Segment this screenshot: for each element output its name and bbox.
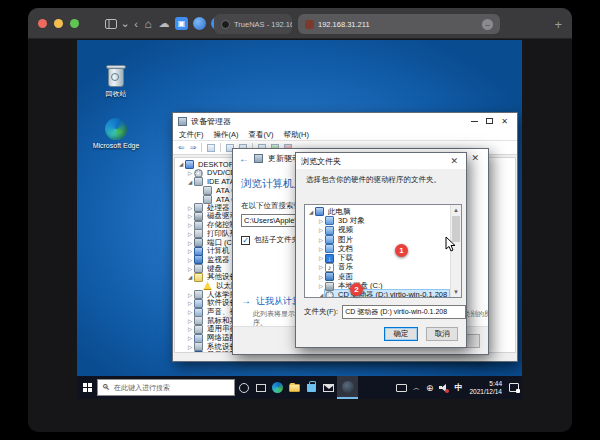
touch-keyboard-icon[interactable] [393,376,410,399]
globe-extension-icon[interactable] [193,15,206,32]
collapsed-icon[interactable]: ▷ [317,227,325,233]
scroll-up-icon[interactable]: ▲ [451,205,461,215]
tab-truenas[interactable]: TrueNAS - 192.16… [214,14,292,34]
collapsed-icon[interactable]: ▷ [317,274,325,280]
new-tab-button[interactable]: + [554,17,562,32]
wizard-close-icon[interactable]: ✕ [468,153,482,163]
browse-dialog-close-icon[interactable]: ✕ [447,156,461,166]
collapsed-icon[interactable]: ▷ [186,292,194,298]
wizard-back-icon[interactable]: ← [239,153,249,164]
chevron-down-icon[interactable]: ⌄ [120,15,130,32]
browse-dialog-titlebar[interactable]: 浏览文件夹 ✕ [296,153,466,169]
collapsed-icon[interactable]: ▷ [186,326,194,332]
tab-active-vnc[interactable]: 192.168.31.211 – [298,14,500,34]
app-extension-icon[interactable]: ▣ [175,15,188,32]
tab-badge-icon[interactable]: – [482,19,493,30]
file-explorer-button[interactable] [286,376,303,399]
start-button[interactable] [77,376,97,399]
back-icon[interactable]: ‹ [131,15,141,32]
unknown-icon [194,273,203,282]
tree-item[interactable]: ▷桌面 [307,272,449,281]
collapsed-icon[interactable]: ▷ [186,222,194,228]
desktop-icon-edge[interactable]: Microsoft Edge [89,118,143,150]
desktop-icon-recycle-bin[interactable]: 回收站 [89,64,143,98]
collapsed-icon[interactable]: ▷ [186,344,194,350]
expanded-icon[interactable]: ◢ [317,292,325,298]
tree-item[interactable]: ▷图片 [307,235,449,244]
active-app-button[interactable] [337,376,358,399]
collapsed-icon[interactable]: ▷ [186,352,194,353]
tree-item[interactable]: ▷文档 [307,244,449,253]
include-subfolders-checkbox[interactable]: ✓ [241,236,250,245]
collapsed-icon[interactable]: ▷ [186,213,194,219]
tree-item[interactable]: ◢此电脑 [307,207,449,216]
tree-item[interactable]: ▷3D 对象 [307,216,449,225]
collapsed-icon[interactable]: ▷ [186,266,194,272]
collapsed-icon[interactable]: ▷ [186,205,194,211]
nav-forward-icon[interactable]: ⇒ [190,143,197,152]
expanded-icon[interactable]: ◢ [307,209,315,215]
maximize-icon[interactable] [482,118,497,124]
collapsed-icon[interactable]: ▷ [186,335,194,341]
minimize-icon[interactable] [467,121,482,122]
collapsed-icon[interactable]: ▷ [186,300,194,306]
ok-button[interactable]: 确定 [384,327,418,341]
mail-button[interactable] [320,376,337,399]
device-manager-titlebar[interactable]: 设备管理器 ✕ [173,113,517,129]
collapsed-icon[interactable]: ▷ [317,246,325,252]
expanded-icon[interactable]: ◢ [186,274,194,280]
collapsed-icon[interactable]: ▷ [317,264,325,270]
collapsed-icon[interactable]: ▷ [186,231,194,237]
tree-item[interactable]: ▷♪音乐 [307,263,449,272]
close-icon[interactable]: ✕ [497,117,512,126]
menu-item[interactable]: 帮助(H) [284,130,309,140]
folder-field-input[interactable]: CD 驱动器 (D:) virtio-win-0.1.208 [342,305,466,319]
tree-item[interactable]: ▷本地磁盘 (C:) [307,281,449,290]
search-placeholder: 在此键入进行搜索 [114,383,170,393]
dialog-cancel-button[interactable]: 取消 [426,327,458,341]
edge-swirl-icon [272,382,283,393]
scroll-down-icon[interactable]: ▼ [451,287,461,297]
menu-item[interactable]: 操作(A) [214,130,239,140]
expanded-icon[interactable]: ◢ [177,161,185,167]
home-icon[interactable]: ⌂ [142,15,154,32]
search-icon: 🔍︎ [102,383,110,392]
tree-item[interactable]: ▷视频 [307,226,449,235]
collapsed-icon[interactable]: ▷ [317,237,325,243]
expanded-icon[interactable]: ◢ [186,179,194,185]
menu-item[interactable]: 文件(F) [179,130,204,140]
collapsed-icon[interactable]: ▷ [186,248,194,254]
browse-dialog-title: 浏览文件夹 [301,156,341,167]
minimize-window-button[interactable] [54,19,63,28]
sidebar-icon[interactable] [104,15,118,32]
store-button[interactable] [303,376,320,399]
cortana-button[interactable] [235,376,252,399]
console-tool-icon[interactable] [207,144,215,152]
collapsed-icon[interactable]: ▷ [186,318,194,324]
ime-indicator[interactable]: 中 [451,376,465,399]
collapsed-icon[interactable]: ▷ [186,170,194,176]
arrow-right-icon: → [241,295,251,308]
action-center-icon[interactable] [506,376,522,399]
cloud-upload-icon[interactable]: ☁ [157,15,171,32]
zoom-window-button[interactable] [70,19,79,28]
menu-item[interactable]: 查看(V) [249,130,274,140]
tree-item[interactable]: ▷↓下载 [307,253,449,262]
task-view-button[interactable] [252,376,269,399]
taskbar-search-input[interactable]: 🔍︎ 在此键入进行搜索 [97,379,235,396]
collapsed-icon[interactable]: ▷ [186,257,194,263]
collapsed-icon[interactable]: ▷ [317,283,325,289]
collapsed-icon[interactable]: ▷ [186,309,194,315]
device-manager-title: 设备管理器 [191,116,231,127]
collapsed-icon[interactable]: ▷ [317,255,325,261]
nav-back-icon[interactable]: ⇐ [178,143,185,152]
close-window-button[interactable] [38,19,47,28]
taskbar-edge-button[interactable] [269,376,286,399]
volume-muted-icon[interactable] [436,376,451,399]
taskbar-clock[interactable]: 5:44 2021/12/14 [465,380,506,396]
hidden-icons-chevron[interactable]: ︿ [410,376,423,399]
collapsed-icon[interactable]: ▷ [317,218,325,224]
collapsed-icon[interactable]: ▷ [186,240,194,246]
tree-item[interactable]: ◢CD 驱动器 (D:) virtio-win-0.1.208 [307,291,449,298]
network-icon[interactable]: ⊕ [423,376,437,399]
